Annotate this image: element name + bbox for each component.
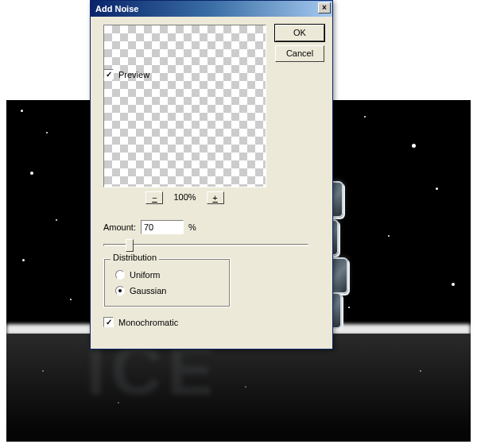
ok-button-label: OK [293, 28, 306, 37]
snow-particle [70, 299, 72, 300]
close-icon: × [322, 3, 327, 12]
snow-particle [42, 370, 44, 372]
snow-particle [118, 402, 119, 404]
snow-particle [388, 235, 390, 237]
snow-particle [245, 386, 246, 388]
close-button[interactable]: × [318, 2, 331, 14]
snow-particle [420, 370, 421, 372]
ice-text-reflection: ICE [86, 340, 380, 410]
checkbox-icon: ✓ [103, 317, 114, 327]
amount-label: Amount: [103, 222, 136, 232]
distribution-group: Distribution Uniform Gaussian [103, 258, 231, 307]
monochromatic-checkbox[interactable]: ✓ Monochromatic [103, 317, 178, 327]
snow-particle [452, 283, 455, 286]
snow-particle [56, 219, 57, 221]
ok-button[interactable]: OK [275, 25, 324, 41]
snow-particle [364, 116, 366, 118]
snow-particle [46, 132, 48, 133]
cancel-button[interactable]: Cancel [275, 45, 324, 62]
radio-icon [115, 286, 125, 295]
slider-thumb[interactable] [126, 239, 134, 252]
snow-particle [22, 259, 25, 261]
zoom-out-button[interactable]: − [145, 191, 163, 204]
amount-slider[interactable] [103, 239, 308, 252]
cancel-button-label: Cancel [286, 48, 313, 58]
preview-checkbox[interactable]: ✓ Preview [103, 69, 161, 79]
dialog-titlebar[interactable]: Add Noise × [91, 1, 332, 17]
snow-particle [21, 110, 23, 112]
amount-input[interactable] [141, 220, 184, 234]
snow-particle [436, 187, 438, 190]
filter-preview[interactable] [103, 25, 266, 187]
add-noise-dialog: Add Noise × − 100% + Amount: % Distribut… [90, 0, 333, 350]
snow-particle [348, 307, 350, 308]
amount-row: Amount: % [103, 220, 196, 234]
monochromatic-label: Monochromatic [118, 318, 178, 327]
radio-gaussian[interactable]: Gaussian [115, 286, 166, 295]
distribution-legend: Distribution [111, 253, 159, 262]
zoom-controls: − 100% + [103, 191, 266, 207]
zoom-percent-label: 100% [169, 192, 201, 202]
snow-particle [412, 144, 416, 148]
radio-icon [115, 270, 125, 280]
radio-gaussian-label: Gaussian [130, 286, 166, 295]
radio-uniform-label: Uniform [130, 270, 161, 280]
preview-label: Preview [118, 70, 149, 79]
checkbox-icon: ✓ [103, 69, 114, 79]
slider-track [103, 244, 308, 246]
amount-suffix: % [188, 222, 196, 232]
radio-uniform[interactable]: Uniform [115, 270, 161, 280]
snow-particle [30, 172, 33, 175]
dialog-title: Add Noise [95, 4, 138, 14]
zoom-in-button[interactable]: + [207, 191, 224, 204]
